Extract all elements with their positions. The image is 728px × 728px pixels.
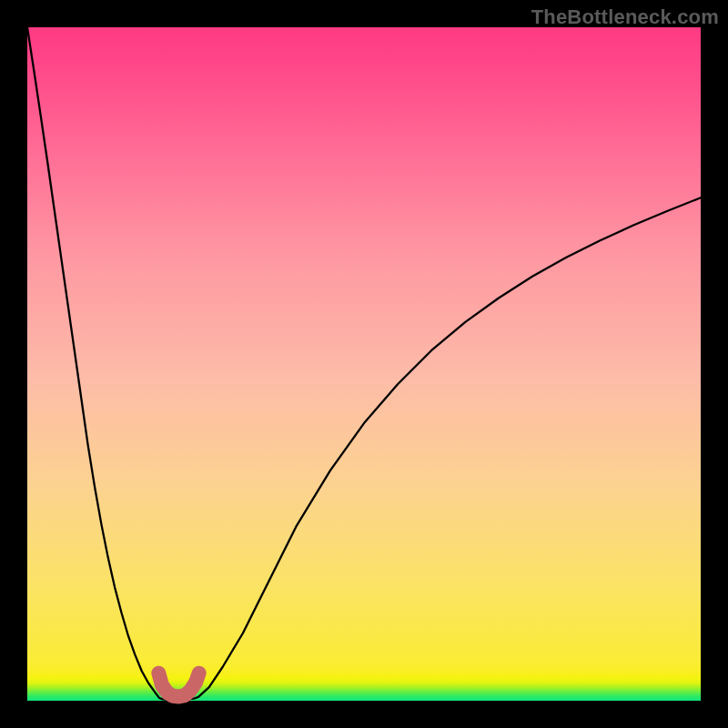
bottleneck-curve: [27, 27, 701, 700]
watermark-text: TheBottleneck.com: [531, 5, 719, 29]
chart-frame: TheBottleneck.com: [0, 0, 728, 728]
plot-area: [27, 27, 701, 701]
curve-layer: [27, 27, 701, 701]
notch-highlight: [158, 673, 198, 697]
curve-group: [27, 27, 701, 700]
